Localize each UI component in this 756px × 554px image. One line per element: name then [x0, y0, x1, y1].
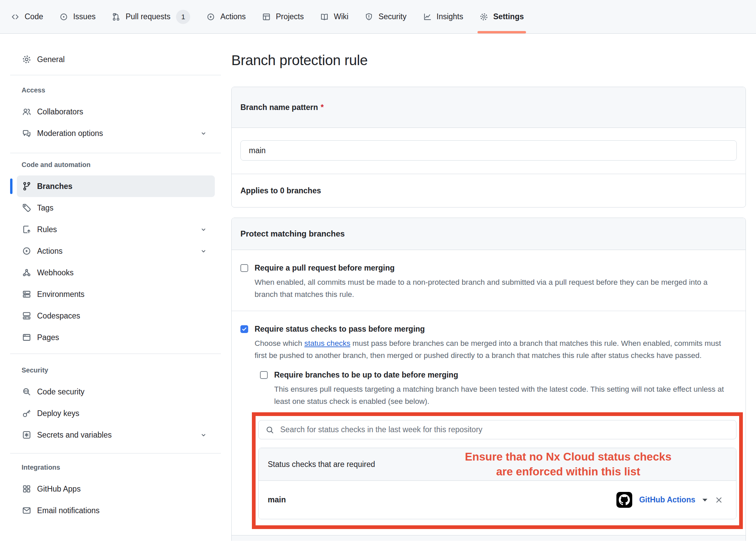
people-icon [22, 107, 31, 116]
play-icon [22, 246, 31, 256]
require-status-checks-section: Require status checks to pass before mer… [232, 311, 746, 535]
sidebar-item-moderation-options[interactable]: Moderation options [17, 122, 215, 144]
tab-wiki-label: Wiki [334, 12, 348, 21]
webhook-icon [22, 268, 31, 277]
sidebar-item-label: Email notifications [37, 506, 99, 515]
divider [10, 75, 221, 75]
tab-wiki[interactable]: Wiki [312, 0, 356, 33]
next-section-header-partial [232, 535, 746, 541]
require-pr-checkbox[interactable] [240, 264, 248, 272]
sidebar-item-deploy-keys[interactable]: Deploy keys [17, 403, 215, 424]
caret-down-icon[interactable] [702, 498, 708, 502]
sidebar-section-code-automation: Code and automation [10, 160, 221, 169]
status-checks-search [258, 420, 736, 439]
protect-matching-branches-card: Protect matching branches Require a pull… [231, 218, 746, 541]
tab-code-label: Code [25, 12, 43, 21]
protect-matching-branches-header: Protect matching branches [232, 218, 746, 250]
tab-insights[interactable]: Insights [415, 0, 471, 33]
divider [10, 153, 221, 153]
rules-icon [22, 225, 31, 234]
sidebar-item-actions[interactable]: Actions [17, 240, 215, 262]
sidebar-section-security: Security [10, 365, 221, 375]
require-status-checks-checkbox[interactable] [240, 325, 248, 333]
chevron-down-icon [200, 247, 207, 255]
status-checks-search-input[interactable] [280, 425, 729, 435]
code-icon [11, 12, 20, 21]
tab-settings[interactable]: Settings [471, 0, 532, 33]
sidebar-item-secrets-variables[interactable]: Secrets and variables [17, 424, 215, 446]
tab-settings-label: Settings [493, 12, 524, 21]
required-status-checks-header: Status checks that are required Ensure t… [259, 448, 736, 481]
sidebar-item-label: Rules [37, 225, 57, 234]
sidebar-item-github-apps[interactable]: GitHub Apps [17, 478, 215, 500]
mail-icon [22, 506, 31, 515]
sidebar-item-email-notifications[interactable]: Email notifications [17, 500, 215, 521]
up-to-date-label: Require branches to be up to date before… [274, 369, 737, 381]
server-icon [22, 289, 31, 299]
tab-actions-label: Actions [220, 12, 245, 21]
git-pull-request-icon [112, 12, 120, 21]
issue-opened-icon [59, 12, 68, 21]
sidebar-item-environments[interactable]: Environments [17, 283, 215, 305]
tab-pull-requests-label: Pull requests [125, 12, 170, 21]
sidebar-item-label: General [37, 55, 65, 64]
status-check-row: main GitHub Actions [259, 481, 736, 519]
octocat-icon [619, 494, 630, 505]
tab-projects-label: Projects [276, 12, 304, 21]
require-pr-description: When enabled, all commits must be made t… [255, 276, 717, 301]
require-status-checks-description: Choose which status checks must pass bef… [255, 337, 729, 362]
main-content: Branch protection rule Branch name patte… [231, 34, 746, 541]
chevron-down-icon [200, 130, 207, 137]
asterisk-box-icon [22, 430, 31, 440]
sidebar-item-rules[interactable]: Rules [17, 219, 215, 240]
table-icon [262, 12, 271, 21]
branch-name-pattern-card: Branch name pattern* Applies to 0 branch… [231, 87, 746, 207]
tab-pull-requests[interactable]: Pull requests 1 [104, 0, 198, 33]
sidebar-item-collaborators[interactable]: Collaborators [17, 101, 215, 122]
sidebar-item-webhooks[interactable]: Webhooks [17, 262, 215, 283]
sidebar-item-code-security[interactable]: Code security [17, 381, 215, 403]
required-status-checks-title: Status checks that are required [268, 460, 375, 469]
tab-issues[interactable]: Issues [51, 0, 104, 33]
tag-icon [22, 203, 31, 213]
play-icon [206, 12, 215, 21]
codespaces-icon [22, 311, 31, 321]
sidebar-item-label: Code security [37, 387, 85, 396]
comment-discussion-icon [22, 129, 31, 138]
applies-count: Applies to 0 branches [232, 174, 746, 207]
browser-icon [22, 333, 31, 342]
github-actions-app-link[interactable]: GitHub Actions [639, 495, 695, 504]
sidebar-item-label: Webhooks [37, 268, 74, 277]
pull-requests-count-badge: 1 [176, 10, 190, 24]
remove-status-check-icon[interactable] [715, 496, 723, 504]
sidebar-item-label: Collaborators [37, 107, 83, 116]
status-checks-link[interactable]: status checks [304, 339, 350, 348]
page-title: Branch protection rule [231, 52, 746, 68]
sidebar-item-codespaces[interactable]: Codespaces [17, 305, 215, 327]
chevron-down-icon [200, 226, 207, 233]
sidebar-item-pages[interactable]: Pages [17, 327, 215, 348]
sidebar-item-label: Deploy keys [37, 409, 79, 418]
branch-name-pattern-input[interactable] [240, 140, 737, 161]
require-pr-label: Require a pull request before merging [255, 262, 717, 274]
sidebar-section-access: Access [10, 85, 221, 95]
shield-icon [365, 12, 373, 21]
sidebar-item-label: Moderation options [37, 129, 103, 138]
tab-projects[interactable]: Projects [254, 0, 312, 33]
sidebar-item-general[interactable]: General [17, 49, 215, 70]
tab-actions[interactable]: Actions [198, 0, 254, 33]
tab-security-label: Security [378, 12, 406, 21]
sidebar-item-label: GitHub Apps [37, 484, 81, 494]
sidebar-item-label: Secrets and variables [37, 431, 112, 440]
tab-code[interactable]: Code [3, 0, 51, 33]
sidebar-item-branches[interactable]: Branches [17, 175, 215, 197]
up-to-date-checkbox[interactable] [260, 371, 268, 379]
divider [10, 453, 221, 453]
apps-grid-icon [22, 484, 31, 494]
key-icon [22, 409, 31, 418]
sidebar-item-tags[interactable]: Tags [17, 197, 215, 219]
sidebar-item-label: Environments [37, 290, 85, 299]
require-status-checks-label: Require status checks to pass before mer… [255, 323, 729, 335]
tab-security[interactable]: Security [356, 0, 414, 33]
gear-icon [22, 55, 31, 64]
